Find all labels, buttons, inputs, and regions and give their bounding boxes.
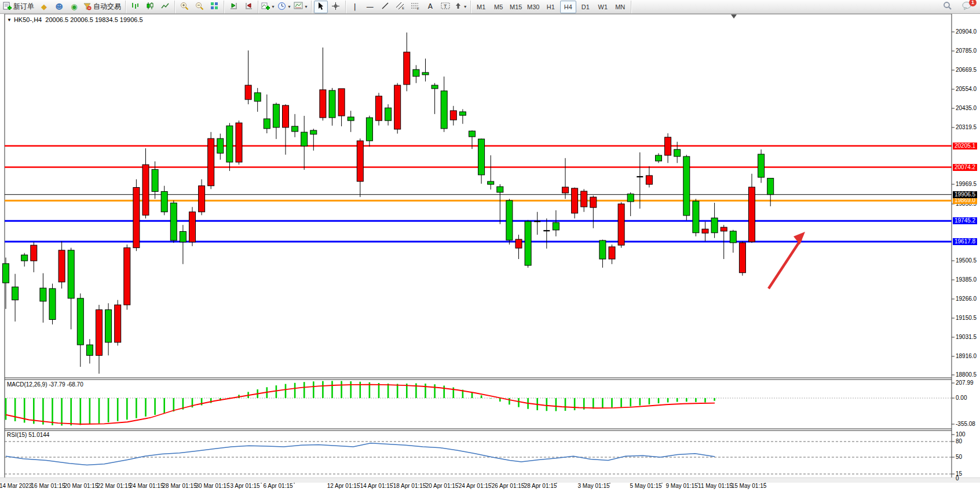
chart-title: ▼HK50-,H4 20006.5 20006.5 19834.5 19906.… — [7, 16, 143, 23]
candle-body — [590, 197, 597, 207]
toolbar: 新订单 ◆ ☻ ◉ 自动交易 ▼ ▼ — [0, 0, 980, 14]
horizontal-line-button[interactable]: — — [363, 1, 377, 13]
price-tick-label: 19500.5 — [956, 257, 977, 264]
rsi-line — [6, 443, 715, 465]
candle-body — [273, 104, 279, 127]
candle-body — [609, 247, 615, 259]
candle-body — [665, 137, 671, 155]
text-label-icon: T — [441, 2, 450, 12]
date-label: 28 Apr 01:15 — [524, 483, 557, 489]
text-button[interactable]: A — [423, 1, 437, 13]
tile-windows-icon — [210, 2, 218, 12]
trendline-icon — [381, 2, 389, 12]
timeframe-M30[interactable]: M30 — [525, 1, 542, 13]
candle-body — [86, 345, 93, 355]
candle-body — [385, 108, 392, 121]
candle-body — [497, 187, 503, 192]
timeframe-M15[interactable]: M15 — [508, 1, 524, 13]
date-label: 30 Mar 01:15 — [196, 483, 230, 489]
price-tick-label: 20435.0 — [956, 105, 977, 111]
price-tick-label: 20319.5 — [956, 124, 977, 130]
search-button[interactable] — [941, 1, 955, 13]
timeframe-group: M1M5M15M30H1H4D1W1MN — [471, 1, 631, 13]
timeframe-MN[interactable]: MN — [612, 1, 628, 13]
text-label-button[interactable]: T — [438, 1, 452, 13]
crosshair-button[interactable] — [329, 1, 343, 13]
date-label: 12 Apr 01:15 — [327, 483, 360, 489]
autotrade-button[interactable]: 自动交易 — [82, 1, 123, 13]
price-tick-label: 18800.5 — [956, 371, 977, 378]
chart-ohlc-values: 20006.5 20006.5 19834.5 19906.5 — [45, 16, 142, 23]
chart-canvas[interactable] — [0, 14, 980, 496]
date-label: 24 Apr 01:15 — [459, 483, 492, 489]
timeframe-M5[interactable]: M5 — [491, 1, 507, 13]
candle-body — [170, 203, 177, 240]
candle-body — [348, 117, 354, 121]
price-tick-label: 19969.5 — [956, 181, 977, 187]
candle-body — [515, 239, 522, 248]
candle-body — [581, 191, 587, 207]
level-price-label: 19869.0 — [953, 197, 977, 204]
timeframe-W1[interactable]: W1 — [595, 1, 611, 13]
fibonacci-icon: F — [411, 2, 420, 12]
candle-body — [618, 204, 624, 245]
candle-body — [124, 248, 130, 305]
macd-tick-label: -355.08 — [956, 421, 975, 427]
auto-scroll-button[interactable] — [242, 1, 255, 13]
signal-button[interactable]: ◉ — [67, 1, 81, 13]
trendline-button[interactable] — [378, 1, 392, 13]
rsi-tick-label: 50 — [956, 454, 962, 460]
chart-shift-button[interactable] — [226, 1, 240, 13]
candle-body — [180, 231, 186, 242]
timeframe-H1[interactable]: H1 — [543, 1, 559, 13]
templates-icon — [294, 2, 303, 12]
tile-windows-button[interactable] — [207, 1, 221, 13]
publisher-button[interactable]: ◆ — [37, 1, 51, 13]
arrows-button[interactable]: ▼ — [454, 1, 468, 13]
candle-body — [674, 149, 681, 156]
indicators-button[interactable]: ▼ — [261, 1, 276, 13]
vertical-line-button[interactable]: | — [348, 1, 362, 13]
templates-button[interactable]: ▼ — [293, 1, 309, 13]
candle-body — [656, 155, 662, 161]
timeframe-M1[interactable]: M1 — [473, 1, 489, 13]
chart-root: ▼HK50-,H4 20006.5 20006.5 19834.5 19906.… — [0, 14, 980, 496]
candle-chart-button[interactable] — [143, 1, 157, 13]
candle-body — [683, 156, 690, 216]
timeframe-H4[interactable]: H4 — [560, 1, 576, 13]
equidistant-channel-icon: E — [396, 2, 405, 12]
toolbar-group-insert: ▼ ▼ ▼ — [258, 1, 312, 13]
cursor-button[interactable] — [314, 1, 328, 13]
arrows-icon — [454, 2, 462, 12]
equidistant-channel-button[interactable]: E — [393, 1, 407, 13]
profile-button[interactable]: ☻ — [52, 1, 66, 13]
date-label: 24 Mar 01:15 — [130, 483, 164, 489]
fibonacci-button[interactable]: F — [408, 1, 422, 13]
chevron-down-icon: ▼ — [463, 5, 467, 9]
candle-body — [422, 72, 429, 75]
line-chart-button[interactable] — [158, 1, 172, 13]
timeframe-D1[interactable]: D1 — [577, 1, 594, 13]
toolbar-group-scroll — [224, 1, 258, 13]
chart-menu-triangle-icon[interactable]: ▼ — [7, 17, 12, 23]
chevron-down-icon: ▼ — [287, 5, 291, 9]
candle-body — [226, 126, 233, 162]
macd-indicator-label: MACD(12,26,9) -37.79 -68.70 — [7, 381, 83, 388]
candle-body — [357, 141, 363, 181]
periods-button[interactable]: ▼ — [277, 1, 292, 13]
zoom-in-button[interactable] — [177, 1, 191, 13]
periods-clock-icon — [277, 2, 286, 12]
annotation-arrow-head — [793, 232, 805, 245]
horizontal-line-icon: — — [366, 3, 374, 10]
new-order-button[interactable]: 新订单 — [2, 1, 36, 13]
indicators-icon — [261, 2, 270, 12]
candle-body — [208, 138, 214, 186]
price-tick-label: 18916.0 — [956, 353, 977, 359]
date-label: 6 Apr 01:15 — [263, 483, 292, 489]
new-order-icon — [3, 2, 12, 12]
bar-chart-button[interactable] — [128, 1, 142, 13]
candle-body — [749, 187, 755, 242]
zoom-out-button[interactable] — [192, 1, 206, 13]
chat-button[interactable]: 1 — [960, 1, 974, 13]
publisher-icon: ◆ — [41, 3, 47, 10]
